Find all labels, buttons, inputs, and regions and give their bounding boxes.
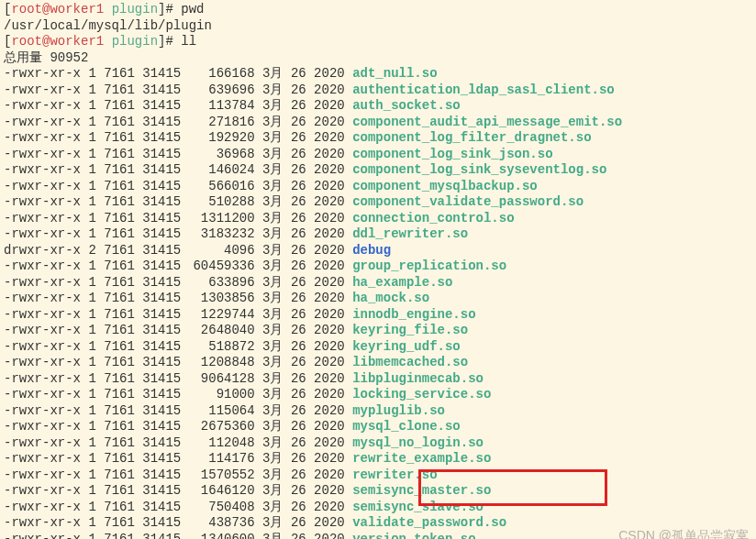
file-row: -rwxr-xr-x 1 7161 31415 60459336 3月 26 2… [4,258,752,275]
file-row: -rwxr-xr-x 1 7161 31415 633896 3月 26 202… [4,275,752,292]
file-row: -rwxr-xr-x 1 7161 31415 1311200 3月 26 20… [4,211,752,227]
file-row: -rwxr-xr-x 1 7161 31415 113784 3月 26 202… [4,98,752,115]
file-row: -rwxr-xr-x 1 7161 31415 1208848 3月 26 20… [4,355,752,371]
file-name: mypluglib.so [352,403,445,418]
file-name: auth_socket.so [352,98,461,113]
file-row: -rwxr-xr-x 1 7161 31415 91000 3月 26 2020… [4,387,752,403]
file-row: -rwxr-xr-x 1 7161 31415 1570552 3月 26 20… [4,468,752,484]
file-row: drwxr-xr-x 2 7161 31415 4096 3月 26 2020 … [4,243,752,259]
file-name: adt_null.so [352,66,437,81]
file-name: ha_example.so [352,275,452,290]
file-name: debug [352,243,391,258]
prompt-user: root@worker1 [11,34,104,49]
file-name: rewrite_example.so [352,451,491,466]
file-row: -rwxr-xr-x 1 7161 31415 166168 3月 26 202… [4,66,752,82]
file-name: group_replication.so [352,258,506,273]
file-row: -rwxr-xr-x 1 7161 31415 750408 3月 26 202… [4,500,752,516]
file-row: -rwxr-xr-x 1 7161 31415 36968 3月 26 2020… [4,147,752,163]
file-name: component_log_filter_dragnet.so [352,130,591,145]
file-row: -rwxr-xr-x 1 7161 31415 192920 3月 26 202… [4,130,752,147]
file-row: -rwxr-xr-x 1 7161 31415 566016 3月 26 202… [4,179,752,195]
file-row: -rwxr-xr-x 1 7161 31415 146024 3月 26 202… [4,162,752,179]
file-name: component_audit_api_message_emit.so [352,115,622,129]
file-row: -rwxr-xr-x 1 7161 31415 2675360 3月 26 20… [4,419,752,435]
terminal-output: [root@worker1 plugin]# pwd/usr/local/mys… [4,2,752,539]
file-name: libpluginmecab.so [352,371,484,386]
file-name: component_validate_password.so [352,194,584,209]
file-name: keyring_udf.so [352,339,461,354]
file-name: keyring_file.so [352,323,468,337]
prompt-line: [root@worker1 plugin]# pwd [4,2,752,18]
file-name: locking_service.so [352,387,491,402]
file-row: -rwxr-xr-x 1 7161 31415 1303856 3月 26 20… [4,291,752,307]
file-row: -rwxr-xr-x 1 7161 31415 114176 3月 26 202… [4,451,752,468]
file-name: component_log_sink_json.so [352,147,552,161]
file-row: -rwxr-xr-x 1 7161 31415 1229744 3月 26 20… [4,307,752,324]
file-row: -rwxr-xr-x 1 7161 31415 639696 3月 26 202… [4,82,752,99]
file-row: -rwxr-xr-x 1 7161 31415 271816 3月 26 202… [4,115,752,131]
file-name: libmemcached.so [352,355,468,369]
file-name: validate_password.so [352,515,506,530]
command: ll [181,34,196,49]
file-name: semisync_master.so [352,483,491,498]
file-row: -rwxr-xr-x 1 7161 31415 3183232 3月 26 20… [4,226,752,243]
file-name: version_token.so [352,532,475,540]
file-name: component_log_sink_syseventlog.so [352,162,606,177]
file-name: ha_mock.so [352,291,429,305]
file-name: innodb_engine.so [352,307,475,322]
file-row: -rwxr-xr-x 1 7161 31415 9064128 3月 26 20… [4,371,752,388]
file-row: -rwxr-xr-x 1 7161 31415 510288 3月 26 202… [4,194,752,211]
file-row: -rwxr-xr-x 1 7161 31415 115064 3月 26 202… [4,403,752,420]
prompt-path: plugin [112,2,158,16]
file-name: rewriter.so [352,468,437,482]
file-name: ddl_rewriter.so [352,226,468,241]
prompt-line: [root@worker1 plugin]# ll [4,34,752,50]
total-line: 总用量 90952 [4,50,752,67]
file-row: -rwxr-xr-x 1 7161 31415 112048 3月 26 202… [4,435,752,452]
prompt-path: plugin [112,34,158,49]
file-name: connection_control.so [352,211,514,226]
file-row: -rwxr-xr-x 1 7161 31415 518872 3月 26 202… [4,339,752,356]
pwd-output: /usr/local/mysql/lib/plugin [4,18,752,35]
command: pwd [181,2,204,16]
file-row: -rwxr-xr-x 1 7161 31415 2648040 3月 26 20… [4,323,752,339]
file-name: component_mysqlbackup.so [352,179,538,193]
prompt-user: root@worker1 [11,2,104,16]
file-name: mysql_clone.so [352,419,461,434]
file-name: mysql_no_login.so [352,435,484,450]
watermark: CSDN @孤单品尝寂寞 [618,528,749,540]
file-row: -rwxr-xr-x 1 7161 31415 1646120 3月 26 20… [4,483,752,500]
file-name: authentication_ldap_sasl_client.so [352,82,615,97]
file-name: semisync_slave.so [352,500,484,514]
